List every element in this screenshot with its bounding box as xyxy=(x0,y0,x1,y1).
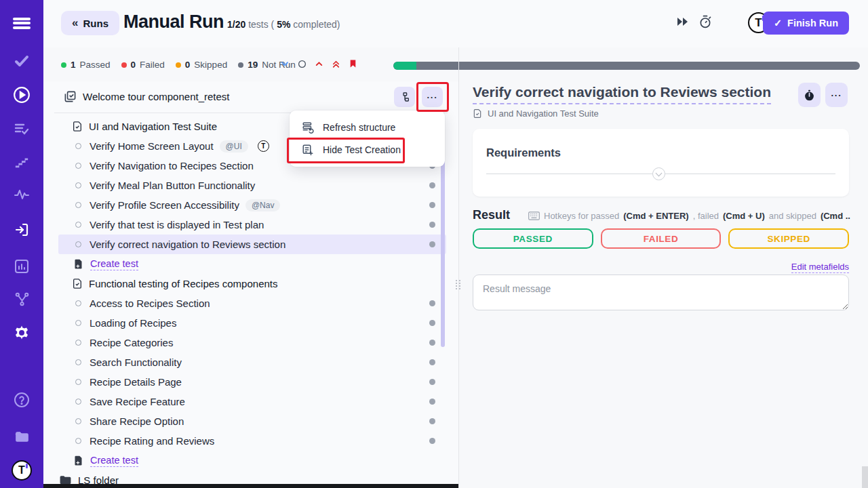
test-name: Recipe Categories xyxy=(90,337,173,348)
create-test-link[interactable]: Create test xyxy=(90,455,138,467)
page-title: Manual Run xyxy=(123,12,224,33)
test-name: Verify Meal Plan Button Functionality xyxy=(90,180,255,191)
sidebar-item-import[interactable] xyxy=(0,216,43,243)
test-row[interactable]: Access to Recipes Section xyxy=(58,293,446,313)
test-row[interactable]: Share Recipe Option xyxy=(58,411,446,431)
top-header: « Runs Manual Run 1/20 tests ( 5% comple… xyxy=(43,0,868,47)
result-message-input[interactable] xyxy=(473,274,849,310)
test-row[interactable]: Loading of Recipes xyxy=(58,313,446,333)
double-chevron-up-icon[interactable] xyxy=(330,58,341,69)
chevron-up-icon[interactable] xyxy=(313,58,324,69)
test-row[interactable]: Recipe Categories xyxy=(58,333,446,352)
menu-item-label: Refresh structure xyxy=(323,122,395,133)
bar-chart-icon xyxy=(14,258,30,274)
test-more-button[interactable]: ··· xyxy=(825,83,848,107)
passed-button[interactable]: PASSED xyxy=(473,228,593,249)
pulse-icon xyxy=(14,186,30,203)
keyboard-icon xyxy=(528,211,540,220)
failed-button[interactable]: FAILED xyxy=(601,228,722,249)
sidebar-item-test-plans[interactable] xyxy=(0,115,43,142)
fast-forward-icon[interactable] xyxy=(677,17,689,26)
sidebar-item-projects[interactable] xyxy=(0,423,43,450)
sidebar-item-check[interactable] xyxy=(0,47,43,75)
test-row[interactable]: Verify Meal Plan Button Functionality xyxy=(58,176,446,195)
horizontal-scrollbar[interactable] xyxy=(43,484,458,488)
status-count-skipped: 0Skipped xyxy=(176,60,227,70)
expand-requirements-button[interactable] xyxy=(652,167,665,180)
tests-end-text: completed) xyxy=(290,19,340,30)
finish-run-button[interactable]: ✓ Finish Run xyxy=(763,12,849,35)
sidebar-item-branches[interactable] xyxy=(0,285,43,312)
suite-row[interactable]: Functional testing of Recipes components xyxy=(58,274,446,293)
test-bullet-icon xyxy=(75,143,81,149)
test-row[interactable]: Save Recipe Feature xyxy=(58,392,446,411)
hotkeys-text: (Cmd ... xyxy=(821,211,850,221)
sidebar-item-settings[interactable] xyxy=(0,319,43,346)
status-filters xyxy=(279,58,358,69)
edit-metafields-link[interactable]: Edit metafields xyxy=(791,262,849,273)
sidebar-item-analytics[interactable] xyxy=(0,253,43,280)
test-status-dot xyxy=(429,340,435,346)
test-tag-badge: @UI xyxy=(220,140,248,152)
import-icon xyxy=(14,222,30,238)
test-row[interactable]: Recipe Details Page xyxy=(58,372,446,392)
create-test-row[interactable]: Create test xyxy=(58,254,446,274)
sidebar-item-steps[interactable] xyxy=(0,148,43,176)
test-row[interactable]: Recipe Rating and Reviews xyxy=(58,431,446,451)
avatar-letter: T xyxy=(755,16,762,30)
menu-item-label: Hide Test Creation xyxy=(323,144,401,155)
header-icons xyxy=(677,15,712,28)
test-bullet-icon xyxy=(75,163,81,169)
test-status-dot xyxy=(429,399,435,405)
test-row[interactable]: Verify that test is displayed in Test pl… xyxy=(58,215,446,235)
create-test-link[interactable]: Create test xyxy=(90,258,138,270)
test-bullet-icon xyxy=(75,320,81,326)
test-title[interactable]: Verify correct navigation to Reviews sec… xyxy=(473,84,771,104)
test-row[interactable]: Search Functionality xyxy=(58,352,446,372)
verdict-buttons: PASSEDFAILEDSKIPPED xyxy=(473,228,849,249)
list-check-icon xyxy=(14,121,30,137)
sidebar-item-run[interactable] xyxy=(0,81,43,108)
bookmark-icon[interactable] xyxy=(347,58,358,69)
file-check-icon xyxy=(473,108,482,119)
suite-name: UI and Navigation Test Suite xyxy=(488,108,599,119)
test-row[interactable]: Verify Profile Screen Accessibility@Nav xyxy=(58,195,446,215)
chevron-down-icon[interactable] xyxy=(279,58,290,69)
menu-item-hide-test-creation[interactable]: Hide Test Creation xyxy=(290,138,445,161)
timer-button[interactable] xyxy=(798,83,821,107)
stopwatch-icon[interactable] xyxy=(698,15,712,28)
sidebar-item-logo[interactable]: T xyxy=(0,457,43,484)
checklist-icon xyxy=(64,90,77,106)
test-name: Verify Navigation to Recipes Section xyxy=(90,160,254,171)
test-name: Recipe Rating and Reviews xyxy=(90,435,214,447)
test-name: Verify Home Screen Layout xyxy=(90,140,214,152)
double-chevron-left-icon: « xyxy=(72,16,78,30)
create-test-row[interactable]: Create test xyxy=(58,451,446,470)
tests-mid-text: tests ( xyxy=(245,19,277,30)
tree-more-button[interactable]: ··· xyxy=(422,87,443,107)
tree-header: Welcome tour component_retest ··· xyxy=(43,81,458,113)
app-screen: T « Runs Manual Run 1/20 tests ( 5% comp… xyxy=(0,0,868,488)
test-tag-badge: @Nav xyxy=(245,199,281,211)
structure-view-button[interactable] xyxy=(394,87,415,107)
test-detail-panel: Verify correct navigation to Reviews sec… xyxy=(459,81,868,488)
menu-item-refresh-structure[interactable]: Refresh structure xyxy=(290,116,445,138)
back-to-runs-button[interactable]: « Runs xyxy=(61,11,119,35)
sidebar-item-pulse[interactable] xyxy=(0,181,43,208)
gear-icon xyxy=(14,325,30,341)
sidebar-item-help[interactable] xyxy=(0,386,43,413)
finish-run-label: Finish Run xyxy=(787,18,838,28)
circle-outline-icon[interactable] xyxy=(296,58,307,69)
requirements-card: Requirements xyxy=(473,129,849,197)
run-name: Welcome tour component_retest xyxy=(83,91,230,102)
hide-test-creation-icon xyxy=(302,144,314,156)
steps-icon xyxy=(14,155,29,169)
test-row[interactable]: Verify correct navigation to Reviews sec… xyxy=(58,235,446,254)
test-bullet-icon xyxy=(75,182,81,188)
page-scrollbar[interactable] xyxy=(862,466,868,488)
folder-icon xyxy=(14,428,31,445)
tests-count: 1/20 xyxy=(227,19,245,30)
test-name: Share Recipe Option xyxy=(90,415,184,427)
skipped-button[interactable]: SKIPPED xyxy=(728,228,849,249)
sidebar-item-menu[interactable] xyxy=(0,9,43,37)
